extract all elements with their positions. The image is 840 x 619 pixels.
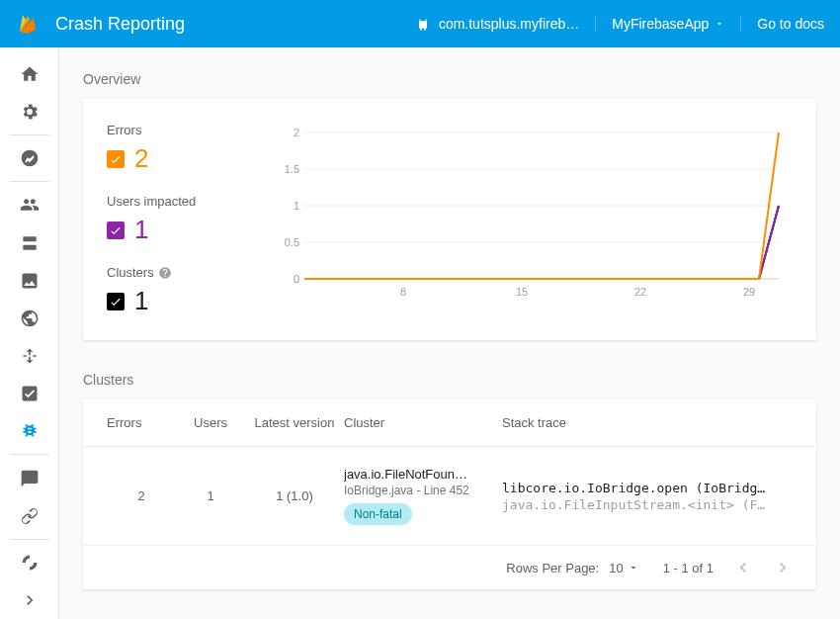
sidebar-item-auth[interactable] bbox=[10, 186, 49, 223]
prev-page-button[interactable] bbox=[733, 558, 753, 577]
rows-per-page-label: Rows Per Page: bbox=[506, 561, 599, 575]
sidebar-item-dynamic-links[interactable] bbox=[10, 497, 49, 535]
clusters-table: Errors Users Latest version Cluster Stac… bbox=[83, 399, 816, 589]
stack-trace-main: libcore.io.IoBridge.open (IoBridge.… bbox=[502, 481, 769, 495]
sidebar-item-remote-config[interactable] bbox=[10, 337, 49, 375]
svg-text:0.5: 0.5 bbox=[285, 236, 299, 248]
docs-link[interactable]: Go to docs bbox=[757, 16, 824, 32]
svg-text:29: 29 bbox=[743, 286, 755, 298]
sidebar-item-hosting[interactable] bbox=[10, 300, 49, 337]
severity-tag: Non-fatal bbox=[344, 503, 412, 525]
table-row[interactable]: 2 1 1 (1.0) java.io.FileNotFoun… IoBridg… bbox=[83, 447, 816, 545]
svg-text:1: 1 bbox=[294, 200, 299, 212]
page-range: 1 - 1 of 1 bbox=[663, 561, 714, 575]
overview-chart: 0 0.5 1 1.5 2 8 15 22 29 bbox=[271, 123, 793, 301]
rows-per-page-select[interactable]: 10 bbox=[609, 561, 638, 575]
users-checkbox[interactable] bbox=[107, 221, 125, 239]
col-version[interactable]: Latest version bbox=[245, 415, 344, 430]
sidebar-item-storage[interactable] bbox=[10, 262, 49, 300]
errors-checkbox[interactable] bbox=[107, 150, 125, 168]
metric-users: Users impacted 1 bbox=[107, 194, 255, 245]
sidebar-item-notifications[interactable] bbox=[10, 459, 49, 496]
sidebar-item-home[interactable] bbox=[10, 55, 49, 93]
page-title: Crash Reporting bbox=[55, 14, 415, 35]
overview-card: Errors 2 Users impacted 1 Clusters bbox=[83, 99, 816, 340]
next-page-button[interactable] bbox=[773, 558, 793, 577]
main-content: Overview Errors 2 Users impacted 1 bbox=[59, 47, 840, 619]
col-errors[interactable]: Errors bbox=[107, 415, 176, 430]
package-name[interactable]: com.tutsplus.myfireb… bbox=[415, 16, 596, 32]
firebase-logo-icon bbox=[16, 12, 40, 36]
overview-label: Overview bbox=[83, 71, 816, 87]
col-cluster[interactable]: Cluster bbox=[344, 415, 502, 430]
stack-trace-sub: java.io.FileInputStream.<init> (Fil… bbox=[502, 497, 769, 512]
app-header: Crash Reporting com.tutsplus.myfireb… My… bbox=[0, 0, 840, 47]
svg-text:15: 15 bbox=[516, 286, 528, 298]
metric-errors: Errors 2 bbox=[107, 123, 255, 174]
svg-text:1.5: 1.5 bbox=[285, 163, 299, 175]
sidebar-item-analytics[interactable] bbox=[10, 139, 49, 177]
sidebar-item-test-lab[interactable] bbox=[10, 375, 49, 412]
dropdown-arrow-icon bbox=[714, 19, 724, 29]
sidebar-collapse-button[interactable] bbox=[10, 581, 49, 619]
help-icon[interactable] bbox=[158, 266, 172, 280]
cluster-title: java.io.FileNotFoun… bbox=[344, 467, 492, 482]
app-selector-dropdown[interactable]: MyFirebaseApp bbox=[612, 16, 741, 32]
sidebar-item-database[interactable] bbox=[10, 224, 49, 262]
sidebar-nav bbox=[0, 47, 59, 619]
svg-text:8: 8 bbox=[400, 286, 406, 298]
sidebar-item-admob[interactable] bbox=[10, 544, 49, 581]
svg-text:22: 22 bbox=[634, 286, 646, 298]
sidebar-item-settings[interactable] bbox=[10, 93, 49, 131]
col-stack[interactable]: Stack trace bbox=[502, 415, 793, 430]
clusters-label: Clusters bbox=[83, 372, 816, 388]
android-icon bbox=[415, 16, 431, 32]
divider bbox=[10, 181, 49, 182]
clusters-checkbox[interactable] bbox=[107, 293, 125, 310]
table-footer: Rows Per Page: 10 1 - 1 of 1 bbox=[83, 545, 816, 589]
svg-text:0: 0 bbox=[294, 273, 299, 285]
col-users[interactable]: Users bbox=[176, 415, 245, 430]
divider bbox=[10, 454, 49, 455]
divider bbox=[10, 134, 49, 135]
svg-point-0 bbox=[21, 150, 38, 167]
sidebar-item-crash[interactable] bbox=[10, 412, 49, 450]
dropdown-arrow-icon bbox=[628, 562, 639, 574]
svg-text:2: 2 bbox=[294, 127, 299, 138]
table-header: Errors Users Latest version Cluster Stac… bbox=[83, 399, 816, 447]
divider bbox=[10, 539, 49, 540]
cluster-location: IoBridge.java - Line 452 bbox=[344, 484, 502, 497]
metric-clusters: Clusters 1 bbox=[107, 265, 255, 316]
